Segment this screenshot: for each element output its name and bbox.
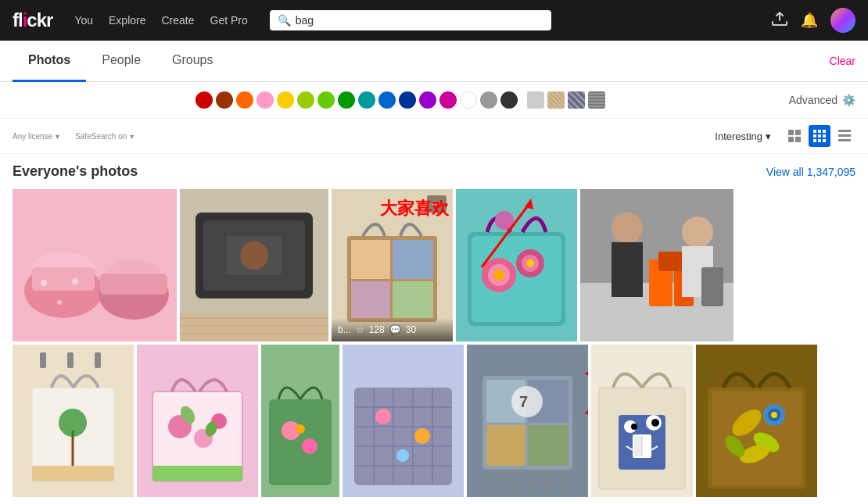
view-grid-small[interactable] xyxy=(809,125,830,147)
photo-item-3[interactable]: ··· b... ☆ 128 💬 30 xyxy=(332,189,453,341)
tab-photos[interactable]: Photos xyxy=(13,41,86,82)
advanced-label: Advanced xyxy=(789,94,838,106)
svg-rect-2 xyxy=(788,137,794,142)
photo-item-10[interactable]: 7 评论 喜欢数 xyxy=(467,345,588,497)
nav-create[interactable]: Create xyxy=(161,14,194,27)
view-all-link[interactable]: View all 1,347,095 xyxy=(766,166,855,178)
photo-item-8[interactable] xyxy=(261,345,339,497)
svg-rect-0 xyxy=(788,130,794,135)
svg-point-121 xyxy=(631,424,637,430)
interesting-chevron: ▾ xyxy=(766,130,771,142)
comments-icon: 💬 xyxy=(389,324,401,335)
nav-get-pro[interactable]: Get Pro xyxy=(210,14,248,27)
license-label: Any license xyxy=(13,132,52,141)
sliders-icon: ⚙️ xyxy=(842,94,855,106)
svg-rect-83 xyxy=(354,388,452,485)
svg-rect-30 xyxy=(227,236,282,275)
swatch-yellow[interactable] xyxy=(277,91,294,109)
tab-people[interactable]: People xyxy=(86,41,156,82)
svg-rect-100 xyxy=(528,425,569,466)
swatch-light-gray[interactable] xyxy=(527,91,544,109)
swatch-green[interactable] xyxy=(317,91,335,109)
view-grid-large[interactable] xyxy=(784,125,805,147)
photo-item-12[interactable]: TANIA HO xyxy=(696,345,817,497)
swatch-red[interactable] xyxy=(195,91,213,109)
nav-icons: 🔔 xyxy=(771,8,855,33)
safesearch-dropdown[interactable]: SafeSearch on ▾ xyxy=(75,132,134,141)
swatch-pattern-blue[interactable] xyxy=(568,91,585,109)
swatch-orange[interactable] xyxy=(236,91,253,109)
svg-point-53 xyxy=(612,213,643,244)
svg-point-136 xyxy=(771,412,777,418)
swatch-pink[interactable] xyxy=(256,91,274,109)
main-content: Everyone's photos View all 1,347,095 xyxy=(0,154,868,504)
svg-point-81 xyxy=(296,424,305,434)
search-input[interactable] xyxy=(296,14,543,27)
photo-img-7 xyxy=(137,345,258,497)
license-dropdown[interactable]: Any license ▾ xyxy=(13,132,59,141)
svg-point-80 xyxy=(302,438,317,454)
svg-point-49 xyxy=(526,259,534,267)
svg-rect-5 xyxy=(818,130,821,133)
swatch-teal[interactable] xyxy=(358,91,375,109)
swatch-light-green[interactable] xyxy=(297,91,314,109)
flickr-logo[interactable]: flickr xyxy=(13,9,52,31)
swatch-blue[interactable] xyxy=(378,91,396,109)
svg-point-23 xyxy=(41,280,47,286)
photo-item-1[interactable] xyxy=(13,189,177,341)
top-nav: flickr You Explore Create Get Pro 🔍 🔔 xyxy=(0,0,868,41)
svg-rect-3 xyxy=(795,137,801,142)
photo-img-6 xyxy=(13,345,134,497)
svg-rect-9 xyxy=(823,134,826,138)
photo-item-5[interactable] xyxy=(580,189,733,341)
bell-icon[interactable]: 🔔 xyxy=(801,12,818,29)
avatar[interactable] xyxy=(830,8,855,33)
clear-button[interactable]: Clear xyxy=(830,55,855,67)
search-icon: 🔍 xyxy=(278,14,291,27)
svg-point-58 xyxy=(682,216,713,248)
section-header: Everyone's photos View all 1,347,095 xyxy=(13,163,855,180)
photo-img-4 xyxy=(456,189,577,341)
photo-item-6[interactable] xyxy=(13,345,134,497)
view-options: Interesting ▾ xyxy=(715,125,855,147)
svg-rect-10 xyxy=(813,139,816,142)
swatch-purple[interactable] xyxy=(419,91,436,109)
nav-you[interactable]: You xyxy=(74,14,93,27)
photo-menu-3[interactable]: ··· xyxy=(427,195,447,213)
interesting-dropdown[interactable]: Interesting ▾ xyxy=(715,130,771,142)
swatch-dark-green[interactable] xyxy=(338,91,355,109)
photo-item-9[interactable] xyxy=(343,345,464,497)
photo-item-2[interactable] xyxy=(180,189,328,341)
tab-groups[interactable]: Groups xyxy=(156,41,228,82)
svg-rect-7 xyxy=(813,134,816,138)
photo-img-1 xyxy=(13,189,177,341)
photo-item-11[interactable] xyxy=(591,345,693,497)
interesting-label: Interesting xyxy=(715,130,762,142)
advanced-button[interactable]: Advanced ⚙️ xyxy=(789,94,855,106)
photo-stats-3: b... ☆ 128 💬 30 xyxy=(332,318,453,341)
filter-row: Advanced ⚙️ xyxy=(0,82,868,119)
swatch-pattern-dark[interactable] xyxy=(588,91,605,109)
photo-img-11 xyxy=(591,345,693,497)
svg-point-50 xyxy=(495,211,514,230)
swatch-white[interactable] xyxy=(460,91,477,109)
swatch-warm-gray[interactable] xyxy=(547,91,565,109)
swatch-black[interactable] xyxy=(500,91,518,109)
svg-point-46 xyxy=(493,270,504,281)
photo-item-4[interactable] xyxy=(456,189,577,341)
swatch-dark-blue[interactable] xyxy=(399,91,416,109)
svg-point-25 xyxy=(72,278,78,284)
svg-rect-11 xyxy=(818,139,821,142)
upload-icon[interactable] xyxy=(771,12,788,30)
photos-container: ··· b... ☆ 128 💬 30 xyxy=(13,189,855,497)
photo-item-7[interactable] xyxy=(137,345,258,497)
svg-rect-62 xyxy=(40,352,46,368)
swatch-dark-red[interactable] xyxy=(216,91,233,109)
nav-explore[interactable]: Explore xyxy=(109,14,145,27)
swatch-gray[interactable] xyxy=(480,91,497,109)
swatch-magenta[interactable] xyxy=(439,91,457,109)
svg-rect-38 xyxy=(393,240,433,279)
safesearch-chevron: ▾ xyxy=(130,132,134,141)
view-list[interactable] xyxy=(834,125,855,147)
svg-rect-1 xyxy=(795,130,801,135)
